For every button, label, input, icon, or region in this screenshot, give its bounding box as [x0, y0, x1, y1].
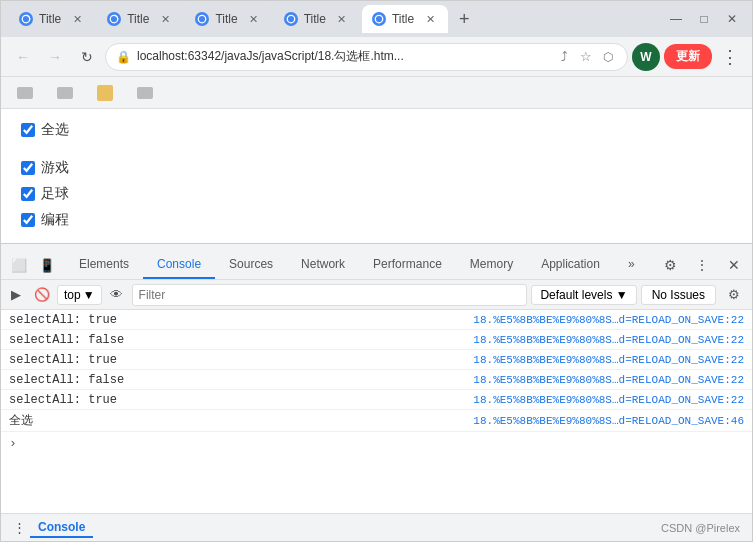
new-tab-button[interactable]: +	[450, 5, 478, 33]
devtools-device-icon[interactable]: 📱	[33, 251, 61, 279]
console-link-4[interactable]: 18.%E5%8B%BE%E9%80%8S…d=RELOAD_ON_SAVE:2…	[473, 394, 744, 406]
bookmark-3-icon	[97, 85, 113, 101]
console-line-5: 全选 18.%E5%8B%BE%E9%80%8S…d=RELOAD_ON_SAV…	[1, 410, 752, 432]
console-line-0: selectAll: true 18.%E5%8B%BE%E9%80%8S…d=…	[1, 310, 752, 330]
tab-2-label: Title	[127, 12, 149, 26]
tab-1[interactable]: Title ✕	[9, 5, 95, 33]
tab-3[interactable]: Title ✕	[185, 5, 271, 33]
devtools-tab-sources[interactable]: Sources	[215, 251, 287, 279]
devtools-tab-memory[interactable]: Memory	[456, 251, 527, 279]
title-bar: Title ✕ Title ✕ Title ✕ Title ✕	[1, 1, 752, 37]
browser-menu-button[interactable]: ⋮	[716, 43, 744, 71]
tab-1-close[interactable]: ✕	[69, 11, 85, 27]
status-console-label[interactable]: Console	[30, 518, 93, 538]
bookmark-1[interactable]	[9, 85, 41, 101]
bookmark-3[interactable]	[89, 83, 121, 103]
console-text-5: 全选	[9, 412, 473, 429]
devtools-close-icon[interactable]: ✕	[720, 251, 748, 279]
checkbox-0[interactable]	[21, 161, 35, 175]
tab-3-label: Title	[215, 12, 237, 26]
bookmark-4[interactable]	[129, 85, 161, 101]
url-icons: ⤴ ☆ ⬡	[555, 48, 617, 66]
checkbox-group: 游戏 足球 编程	[21, 159, 732, 229]
devtools-panel: ⬜ 📱 Elements Console Sources Network Per…	[1, 243, 752, 513]
prompt-arrow-icon: ›	[9, 436, 17, 451]
checkbox-row-0: 游戏	[21, 159, 732, 177]
checkbox-2[interactable]	[21, 213, 35, 227]
devtools-tab-network[interactable]: Network	[287, 251, 359, 279]
devtools-tabs: ⬜ 📱 Elements Console Sources Network Per…	[1, 244, 752, 280]
devtools-more-icon[interactable]: ⋮	[688, 251, 716, 279]
devtools-inspect-icon[interactable]: ⬜	[5, 251, 33, 279]
back-button[interactable]: ←	[9, 43, 37, 71]
bookmark-2[interactable]	[49, 85, 81, 101]
devtools-tab-elements[interactable]: Elements	[65, 251, 143, 279]
share-icon[interactable]: ⤴	[555, 48, 573, 66]
console-text-1: selectAll: false	[9, 333, 473, 347]
tab-5-close[interactable]: ✕	[422, 11, 438, 27]
default-levels-dropdown[interactable]: Default levels ▼	[531, 285, 636, 305]
minimize-button[interactable]: —	[664, 7, 688, 31]
top-select[interactable]: top ▼	[57, 285, 102, 305]
console-text-0: selectAll: true	[9, 313, 473, 327]
select-all-label: 全选	[41, 121, 69, 139]
default-levels-label: Default levels ▼	[540, 288, 627, 302]
console-execute-icon[interactable]: ▶	[5, 284, 27, 306]
tab-4-close[interactable]: ✕	[334, 11, 350, 27]
extension-icon[interactable]: ⬡	[599, 48, 617, 66]
console-link-0[interactable]: 18.%E5%8B%BE%E9%80%8S…d=RELOAD_ON_SAVE:2…	[473, 314, 744, 326]
console-line-2: selectAll: true 18.%E5%8B%BE%E9%80%8S…d=…	[1, 350, 752, 370]
checkbox-1[interactable]	[21, 187, 35, 201]
update-button[interactable]: 更新	[664, 44, 712, 69]
console-text-4: selectAll: true	[9, 393, 473, 407]
devtools-tab-console[interactable]: Console	[143, 251, 215, 279]
top-label: top	[64, 288, 81, 302]
console-block-icon[interactable]: 🚫	[31, 284, 53, 306]
tab-4[interactable]: Title ✕	[274, 5, 360, 33]
bookmarks-bar	[1, 77, 752, 109]
tab-5[interactable]: Title ✕	[362, 5, 448, 33]
devtools-tab-application[interactable]: Application	[527, 251, 614, 279]
page-content: 全选 游戏 足球 编程	[1, 109, 752, 243]
console-link-1[interactable]: 18.%E5%8B%BE%E9%80%8S…d=RELOAD_ON_SAVE:2…	[473, 334, 744, 346]
url-text: localhost:63342/javaJs/javaScript/18.勾选框…	[137, 48, 549, 65]
console-settings-icon[interactable]: ⚙	[720, 281, 748, 309]
select-all-checkbox[interactable]	[21, 123, 35, 137]
console-text-3: selectAll: false	[9, 373, 473, 387]
select-all-row: 全选	[21, 121, 732, 139]
console-link-5[interactable]: 18.%E5%8B%BE%E9%80%8S…d=RELOAD_ON_SAVE:4…	[473, 415, 744, 427]
tab-2[interactable]: Title ✕	[97, 5, 183, 33]
maximize-button[interactable]: □	[692, 7, 716, 31]
no-issues-button[interactable]: No Issues	[641, 285, 716, 305]
refresh-button[interactable]: ↻	[73, 43, 101, 71]
svg-point-3	[287, 15, 295, 23]
lock-icon: 🔒	[116, 50, 131, 64]
console-link-2[interactable]: 18.%E5%8B%BE%E9%80%8S…d=RELOAD_ON_SAVE:2…	[473, 354, 744, 366]
forward-button[interactable]: →	[41, 43, 69, 71]
devtools-settings-icon[interactable]: ⚙	[656, 251, 684, 279]
devtools-tab-performance[interactable]: Performance	[359, 251, 456, 279]
tab-3-close[interactable]: ✕	[246, 11, 262, 27]
star-icon[interactable]: ☆	[577, 48, 595, 66]
console-link-3[interactable]: 18.%E5%8B%BE%E9%80%8S…d=RELOAD_ON_SAVE:2…	[473, 374, 744, 386]
browser-window: Title ✕ Title ✕ Title ✕ Title ✕	[0, 0, 753, 542]
devtools-tab-actions: ⚙ ⋮ ✕	[656, 251, 748, 279]
tab-2-icon	[107, 12, 121, 26]
svg-point-2	[199, 15, 207, 23]
status-bar-menu-icon[interactable]: ⋮	[13, 520, 26, 535]
tab-5-label: Title	[392, 12, 414, 26]
devtools-tab-more[interactable]: »	[614, 251, 649, 279]
profile-icon[interactable]: W	[632, 43, 660, 71]
console-prompt: ›	[1, 432, 752, 455]
console-eye-icon[interactable]: 👁	[106, 284, 128, 306]
bookmark-1-icon	[17, 87, 33, 99]
console-text-2: selectAll: true	[9, 353, 473, 367]
close-button[interactable]: ✕	[720, 7, 744, 31]
console-filter-input[interactable]	[132, 284, 528, 306]
tab-4-label: Title	[304, 12, 326, 26]
tab-2-close[interactable]: ✕	[157, 11, 173, 27]
svg-point-4	[375, 15, 383, 23]
url-bar[interactable]: 🔒 localhost:63342/javaJs/javaScript/18.勾…	[105, 43, 628, 71]
console-line-3: selectAll: false 18.%E5%8B%BE%E9%80%8S…d…	[1, 370, 752, 390]
checkbox-2-label: 编程	[41, 211, 69, 229]
